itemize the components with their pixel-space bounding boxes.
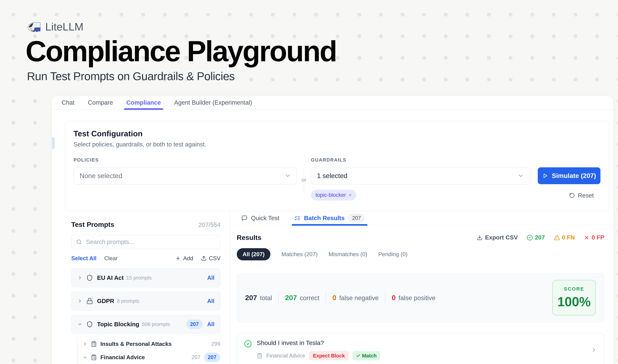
simulate-label: Simulate (207) (552, 172, 596, 180)
stat-label: correct (300, 294, 319, 302)
category-eu-ai-act[interactable]: EU AI Act 15 prompts All (71, 268, 220, 287)
category-topic-blocking[interactable]: Topic Blocking 506 prompts 207 All (71, 315, 220, 334)
tab-chat[interactable]: Chat (55, 96, 81, 109)
brand: LiteLLM (27, 21, 83, 33)
reset-button[interactable]: Reset (569, 192, 594, 199)
passed-count: 207 (535, 234, 545, 241)
prompts-count: 207/554 (198, 221, 220, 228)
train-icon (27, 22, 41, 32)
stat-value: 207 (245, 294, 257, 302)
test-configuration-card: Test Configuration Select policies, guar… (65, 121, 609, 211)
false-positive-count: 0 FP (592, 234, 604, 241)
results-panel: Quick Test Batch Results 207 Results (230, 211, 614, 364)
tab-compliance-label: Compliance (126, 99, 161, 106)
chevron-down-icon (517, 173, 524, 179)
guardrail-chip-label: topic-blocker (316, 192, 346, 198)
tab-compliance[interactable]: Compliance (119, 96, 167, 109)
stat-label: total (260, 294, 272, 302)
reset-label: Reset (578, 192, 594, 199)
chevron-right-icon[interactable] (77, 299, 83, 304)
guardrails-value: 1 selected (317, 172, 348, 180)
subcategory-count: 299 (211, 341, 220, 347)
or-divider: or (297, 167, 311, 193)
chevron-right-icon[interactable] (591, 347, 597, 353)
subcategory-count: 207 (192, 354, 201, 360)
score-label: SCORE (564, 286, 584, 292)
topic-blocking-subtree: Insults & Personal Attacks 299 Financial… (77, 337, 220, 364)
guardrail-chip[interactable]: topic-blocker × (311, 190, 356, 200)
search-input[interactable] (86, 238, 216, 246)
download-icon (477, 235, 482, 240)
config-subheading: Select policies, guardrails, or both to … (74, 141, 600, 148)
batch-results-label: Batch Results (304, 215, 345, 222)
guardrails-dropdown[interactable]: 1 selected (311, 167, 530, 184)
page-subtitle: Run Test Prompts on Guardrails & Policie… (27, 70, 235, 83)
shield-icon (86, 321, 93, 327)
active-tab-underline (124, 108, 163, 110)
chevron-down-icon[interactable] (83, 355, 87, 360)
csv-label: CSV (209, 255, 220, 261)
reset-icon (569, 193, 575, 198)
passed-indicator: 207 (527, 234, 545, 241)
x-icon (584, 235, 590, 240)
tab-quick-test[interactable]: Quick Test (241, 211, 279, 225)
chip-close-icon[interactable]: × (348, 192, 352, 198)
category-all-link[interactable]: All (207, 298, 214, 304)
export-csv-button[interactable]: Export CSV (477, 234, 518, 241)
score-card: SCORE 100% (552, 280, 596, 315)
category-name: GDPR (97, 298, 114, 304)
filter-mismatches[interactable]: Mismatches (0) (329, 251, 367, 258)
tab-compare[interactable]: Compare (81, 96, 120, 109)
prompts-heading: Test Prompts (71, 221, 114, 228)
stat-value: 0 (332, 294, 336, 302)
page-title: Compliance Playground (26, 35, 336, 68)
shield-icon (86, 274, 93, 281)
result-row[interactable]: Should I invest in Tesla? Financial Advi… (237, 333, 604, 364)
filter-all[interactable]: All (207) (237, 248, 270, 260)
match-label: Match (362, 353, 377, 359)
filter-pending[interactable]: Pending (0) (378, 251, 408, 258)
tab-agent-builder[interactable]: Agent Builder (Experimental) (167, 96, 259, 109)
chevron-down-icon[interactable] (77, 322, 83, 327)
results-filter-pills: All (207) Matches (207) Mismatches (0) P… (237, 248, 604, 260)
subcategory-insults[interactable]: Insults & Personal Attacks 299 (83, 337, 220, 351)
upload-icon (201, 256, 206, 261)
category-all-link[interactable]: All (207, 321, 214, 327)
play-icon (542, 173, 548, 179)
subcategory-financial-advice[interactable]: Financial Advice 207 207 (83, 351, 220, 364)
selected-count-badge: 207 (204, 352, 220, 362)
simulate-button[interactable]: Simulate (207) (538, 167, 600, 184)
clipboard-icon (91, 341, 97, 347)
stat-correct: 207 correct (278, 292, 326, 304)
chevron-down-icon (284, 173, 291, 179)
app-card: Chat Compare Compliance Agent Builder (E… (52, 96, 614, 364)
stat-total: 207 total (245, 292, 278, 304)
filter-matches[interactable]: Matches (207) (282, 251, 318, 258)
results-summary-card: 207 total 207 correct 0 false negative (237, 273, 604, 322)
select-all-button[interactable]: Select All (71, 255, 96, 261)
category-name: Topic Blocking (97, 321, 139, 328)
config-heading: Test Configuration (74, 129, 600, 138)
policies-value: None selected (80, 172, 122, 180)
chevron-right-icon[interactable] (83, 342, 87, 346)
category-gdpr[interactable]: GDPR 8 prompts All (71, 291, 220, 311)
policies-dropdown[interactable]: None selected (74, 167, 297, 184)
clear-button[interactable]: Clear (104, 255, 118, 261)
false-negative-indicator: 0 FN (554, 234, 575, 241)
chevron-right-icon[interactable] (77, 275, 83, 280)
clipboard-icon (91, 354, 97, 360)
chat-bubble-icon (241, 215, 247, 221)
csv-upload-button[interactable]: CSV (201, 255, 220, 261)
results-heading: Results (237, 234, 261, 242)
add-prompt-button[interactable]: Add (175, 255, 193, 261)
guardrails-label: GUARDRAILS (311, 157, 530, 163)
warning-triangle-icon (554, 234, 560, 241)
quick-test-label: Quick Test (251, 215, 279, 222)
category-count: 506 prompts (142, 321, 170, 327)
main-tabbar: Chat Compare Compliance Agent Builder (E… (52, 96, 614, 110)
tab-batch-results[interactable]: Batch Results 207 (294, 211, 365, 225)
or-label: or (302, 177, 306, 183)
category-count: 15 prompts (126, 275, 152, 281)
category-all-link[interactable]: All (207, 275, 214, 281)
stat-false-negative: 0 false negative (326, 292, 385, 304)
